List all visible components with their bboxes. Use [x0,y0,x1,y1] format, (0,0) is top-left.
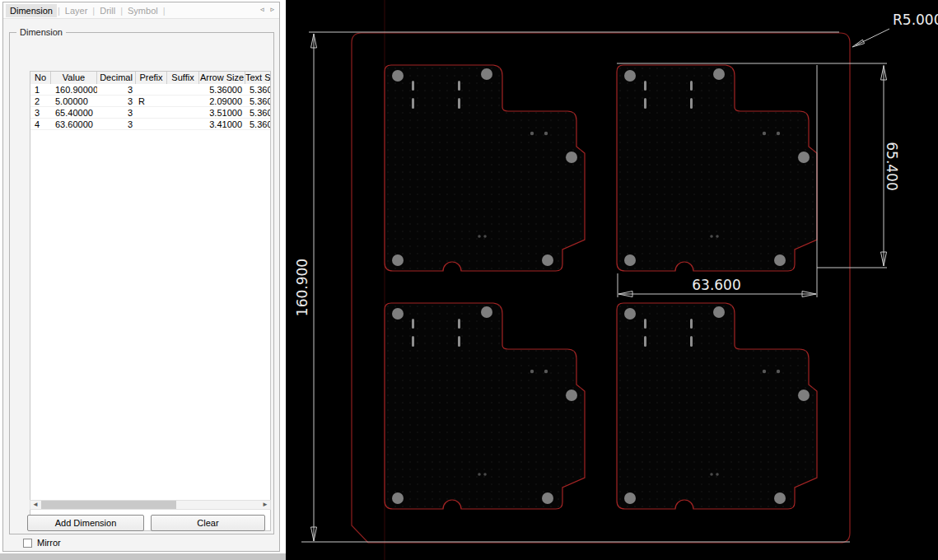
pcb-board-top-right[interactable] [617,65,817,271]
dimension-groupbox: Dimension No Value Decimal Prefix Suffix… [9,32,274,534]
cad-canvas[interactable]: 160.900 65.400 63.600 [286,0,938,560]
window-bottom-edge [0,553,286,560]
cell-suffix [167,119,199,129]
cell-value: 63.60000 [51,119,97,129]
cell-prefix [136,119,167,129]
mirror-option: Mirror [23,538,61,548]
col-header-arrow-size[interactable]: Arrow Size [199,72,245,84]
dimension-label-corner-radius[interactable]: R5.000 [893,12,938,28]
panel-frame: Dimension | Layer | Drill | Symbol | ◃ ▹… [2,2,280,552]
cell-decimal: 3 [97,96,136,106]
dimension-label-board-width[interactable]: 63.600 [692,277,740,293]
table-row[interactable]: 3 65.40000 3 3.51000 5.36000 [30,107,270,119]
cell-decimal: 3 [97,107,136,118]
cell-value: 65.40000 [51,107,97,118]
tab-separator: | [162,6,166,16]
col-header-suffix[interactable]: Suffix [167,72,199,84]
pcb-board-bottom-left[interactable] [385,303,585,509]
tab-scroll-right-icon[interactable]: ▹ [270,5,274,13]
cad-viewport-pane: 160.900 65.400 63.600 [286,0,938,560]
cell-suffix [167,84,199,95]
cell-value: 160.90000 [51,84,97,95]
clear-button[interactable]: Clear [151,515,265,531]
tab-drill[interactable]: Drill [96,4,119,17]
scrollbar-track[interactable] [40,501,260,509]
dimension-label-board-height[interactable]: 65.400 [884,142,900,190]
col-header-decimal[interactable]: Decimal [97,72,136,84]
cell-text-size: 5.36000 [245,119,270,129]
cell-suffix [167,96,199,106]
cell-decimal: 3 [97,84,136,95]
mirror-label: Mirror [37,538,61,548]
cell-text-size: 5.36000 [245,107,270,118]
dimension-side-panel: Dimension | Layer | Drill | Symbol | ◃ ▹… [0,0,286,560]
cell-value: 5.00000 [51,96,97,106]
panel-tabbar: Dimension | Layer | Drill | Symbol | ◃ ▹ [3,2,279,19]
cell-no: 1 [30,84,51,95]
groupbox-title: Dimension [16,27,66,37]
scroll-right-icon[interactable]: ► [260,501,270,509]
scrollbar-thumb[interactable] [41,501,176,509]
col-header-text-size[interactable]: Text Size [245,72,270,84]
cell-no: 2 [30,96,51,106]
cell-no: 4 [30,119,51,129]
cell-prefix: R [136,96,167,106]
table-row[interactable]: 4 63.60000 3 3.41000 5.36000 [30,119,270,130]
tab-dimension[interactable]: Dimension [6,4,57,17]
cell-arrow-size: 2.09000 [199,96,245,106]
table-row[interactable]: 1 160.90000 3 5.36000 5.36000 [30,84,270,96]
app-window: Dimension | Layer | Drill | Symbol | ◃ ▹… [0,0,938,560]
pcb-board-top-left[interactable] [385,65,585,271]
cell-no: 3 [30,107,51,118]
table-header-row: No Value Decimal Prefix Suffix Arrow Siz… [30,72,270,84]
tab-layer[interactable]: Layer [61,4,92,17]
dimension-table[interactable]: No Value Decimal Prefix Suffix Arrow Siz… [30,71,271,531]
cell-text-size: 5.36000 [245,96,270,106]
cell-text-size: 5.36000 [245,84,270,95]
scroll-left-icon[interactable]: ◄ [30,501,40,509]
cell-arrow-size: 5.36000 [199,84,245,95]
cell-prefix [136,84,167,95]
cell-arrow-size: 3.51000 [199,107,245,118]
dimension-label-overall-height[interactable]: 160.900 [294,259,310,316]
cell-decimal: 3 [97,119,136,129]
table-horizontal-scrollbar[interactable]: ◄ ► [30,500,271,510]
col-header-prefix[interactable]: Prefix [136,72,167,84]
mirror-checkbox[interactable] [23,539,32,548]
dimension-corner-radius [852,29,889,47]
col-header-value[interactable]: Value [51,72,97,84]
cell-prefix [136,107,167,118]
pcb-board-bottom-right[interactable] [617,303,817,509]
table-row[interactable]: 2 5.00000 3 R 2.09000 5.36000 [30,96,270,107]
add-dimension-button[interactable]: Add Dimension [27,515,144,531]
cell-arrow-size: 3.41000 [199,119,245,129]
cell-suffix [167,107,199,118]
tab-scroll-left-icon[interactable]: ◃ [260,5,264,13]
col-header-no[interactable]: No [30,72,51,84]
tab-symbol[interactable]: Symbol [124,4,162,17]
